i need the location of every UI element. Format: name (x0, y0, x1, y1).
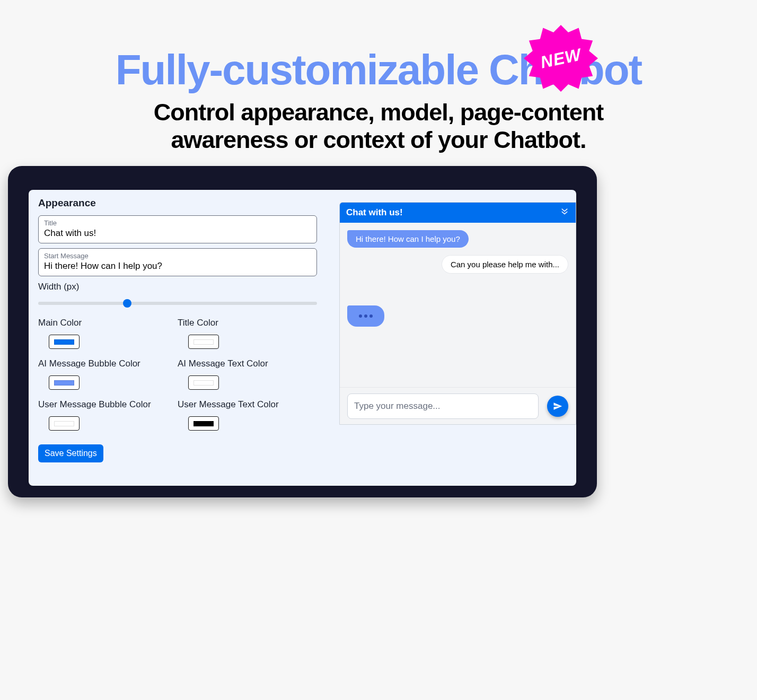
slider-track (38, 302, 317, 305)
send-button[interactable] (547, 396, 568, 417)
new-badge-text: NEW (517, 14, 605, 102)
main-color-swatch[interactable] (49, 335, 80, 349)
title-field[interactable]: Title Chat with us! (38, 215, 317, 243)
title-value: Chat with us! (44, 228, 311, 239)
chat-preview: Chat with us! Hi there! How can I help y… (339, 202, 576, 486)
title-color-swatch[interactable] (188, 335, 219, 349)
section-title: Appearance (38, 197, 317, 209)
title-color-label: Title Color (178, 318, 317, 328)
start-message-value: Hi there! How can I help you? (44, 261, 311, 272)
hero-title: Fully-customizable Chatbot (0, 46, 757, 94)
width-slider[interactable] (38, 298, 317, 308)
settings-panel: Appearance Title Chat with us! Start Mes… (29, 190, 576, 486)
width-label: Width (px) (38, 282, 317, 292)
color-grid: Main Color Title Color AI Message Bubble… (38, 318, 317, 431)
main-color-label: Main Color (38, 318, 178, 328)
slider-thumb[interactable] (123, 299, 131, 308)
send-icon (553, 401, 562, 411)
chat-title: Chat with us! (346, 207, 403, 218)
app-window: Appearance Title Chat with us! Start Mes… (8, 166, 597, 497)
chat-message-input[interactable]: Type your message... (347, 393, 539, 419)
main-color-item: Main Color (38, 318, 178, 349)
user-bubble-color-swatch[interactable] (49, 416, 80, 431)
title-color-item: Title Color (178, 318, 317, 349)
hero-subtitle: Control appearance, model, page-content … (129, 99, 628, 154)
title-label: Title (44, 219, 311, 227)
user-text-color-label: User Message Text Color (178, 399, 317, 410)
hero: Fully-customizable Chatbot Control appea… (0, 0, 757, 154)
chat-window: Chat with us! Hi there! How can I help y… (339, 202, 576, 425)
ai-bubble-color-label: AI Message Bubble Color (38, 358, 178, 369)
appearance-settings: Appearance Title Chat with us! Start Mes… (29, 190, 327, 486)
user-message-bubble: Can you please help me with... (442, 255, 568, 274)
start-message-label: Start Message (44, 252, 311, 260)
typing-indicator (347, 305, 384, 327)
chat-input-row: Type your message... (340, 387, 576, 424)
ai-bubble-color-swatch[interactable] (49, 375, 80, 390)
ai-text-color-label: AI Message Text Color (178, 358, 317, 369)
ai-bubble-color-item: AI Message Bubble Color (38, 358, 178, 390)
chat-body: Hi there! How can I help you? Can you pl… (340, 223, 576, 387)
ai-message-bubble: Hi there! How can I help you? (347, 230, 469, 248)
user-text-color-swatch[interactable] (188, 416, 219, 431)
save-settings-button[interactable]: Save Settings (38, 444, 103, 462)
user-bubble-color-item: User Message Bubble Color (38, 399, 178, 431)
collapse-icon[interactable] (560, 207, 569, 219)
new-badge: NEW (524, 21, 598, 95)
chat-header: Chat with us! (340, 203, 576, 223)
ai-text-color-item: AI Message Text Color (178, 358, 317, 390)
user-text-color-item: User Message Text Color (178, 399, 317, 431)
ai-text-color-swatch[interactable] (188, 375, 219, 390)
user-bubble-color-label: User Message Bubble Color (38, 399, 178, 410)
start-message-field[interactable]: Start Message Hi there! How can I help y… (38, 248, 317, 276)
